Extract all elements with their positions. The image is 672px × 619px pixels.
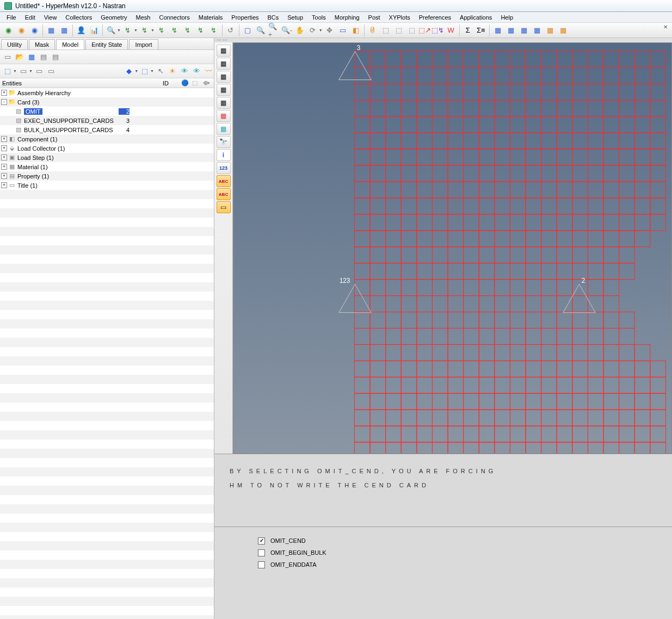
axis-z3-icon[interactable]: ↯	[182, 24, 194, 36]
tree-header-disp-icon[interactable]: ⬚	[192, 79, 203, 86]
tree-row-load-step-1-[interactable]: +▣Load Step (1)	[0, 153, 214, 162]
tree-row-card-3-[interactable]: -📁Card (3)	[0, 97, 214, 107]
menu-bcs[interactable]: BCs	[263, 13, 283, 22]
browser-tab-utility[interactable]: Utility	[1, 39, 28, 49]
vt-persp-icon[interactable]: ▦	[217, 45, 231, 57]
grid2-icon[interactable]: ▦	[58, 24, 70, 36]
w-icon[interactable]: W	[445, 24, 457, 36]
bt-new-icon[interactable]: ▭	[2, 52, 13, 63]
axis-z4-icon[interactable]: ↯	[195, 24, 207, 36]
menu-setup[interactable]: Setup	[283, 13, 307, 22]
search-icon[interactable]: 🔍	[105, 24, 117, 36]
vt-red-icon[interactable]: ▦	[217, 110, 231, 122]
expander-icon[interactable]: -	[1, 99, 7, 105]
cube1-icon[interactable]: ⬚	[380, 24, 392, 36]
menu-geometry[interactable]: Geometry	[96, 13, 131, 22]
pan-icon[interactable]: ✋	[294, 24, 306, 36]
cube2-icon[interactable]: ⬚	[393, 24, 405, 36]
expander-icon[interactable]: +	[1, 154, 7, 160]
menu-collectors[interactable]: Collectors	[61, 13, 96, 22]
graphics-viewport[interactable]: 3 123 2	[233, 42, 672, 454]
vt-hide-icon[interactable]: ▦	[217, 97, 231, 109]
bt-select-icon[interactable]: ↖	[155, 66, 166, 77]
tree-row-component-1-[interactable]: +◧Component (1)	[0, 134, 214, 144]
bt-rect-icon[interactable]: ▭	[18, 66, 29, 77]
menu-tools[interactable]: Tools	[307, 13, 330, 22]
expander-icon[interactable]: +	[1, 136, 7, 142]
menu-morphing[interactable]: Morphing	[330, 13, 364, 22]
fit-icon[interactable]: 🔍	[255, 24, 267, 36]
browser-tab-model[interactable]: Model	[56, 39, 84, 49]
close-toolbar-icon[interactable]: ✕	[661, 24, 670, 30]
square-icon[interactable]: ▢	[242, 24, 254, 36]
bt-sun-icon[interactable]: ☀	[167, 66, 178, 77]
menu-xyplots[interactable]: XYPlots	[385, 13, 415, 22]
bt-open-icon[interactable]: 📂	[14, 52, 25, 63]
arrows-icon[interactable]: ✥	[324, 24, 336, 36]
vt-123-icon[interactable]: 123	[217, 162, 231, 174]
browser-tab-entity-state[interactable]: Entity State	[85, 39, 128, 49]
axis-yx-icon[interactable]: ↯	[122, 24, 134, 36]
bt-cube3-icon[interactable]: ⬚	[139, 66, 150, 77]
menu-applications[interactable]: Applications	[455, 13, 496, 22]
cubegrid5-icon[interactable]: ▦	[544, 24, 556, 36]
axis-z2-icon[interactable]: ↯	[169, 24, 181, 36]
user-icon[interactable]: 👤	[75, 24, 87, 36]
checkbox-omit_cend[interactable]	[258, 537, 265, 544]
checkbox-omit_enddata[interactable]	[258, 561, 265, 568]
cubegrid2-icon[interactable]: ▦	[505, 24, 517, 36]
menu-connectors[interactable]: Connectors	[155, 13, 194, 22]
tree-row-bulk-unsupported-cards[interactable]: ▧BULK_UNSUPPORTED_CARDS4	[0, 125, 214, 134]
tree-row-assembly-hierarchy[interactable]: +📁Assembly Hierarchy	[0, 88, 214, 97]
expander-icon[interactable]: +	[1, 173, 7, 179]
elem-orange-icon[interactable]: ◉	[15, 24, 27, 36]
tree-header-color-icon[interactable]: 🔵	[181, 79, 192, 86]
bt-cfg1-icon[interactable]: ▭	[34, 66, 45, 77]
rotate-icon[interactable]: ⟳	[307, 24, 319, 36]
menu-file[interactable]: File	[2, 13, 21, 22]
bt-eye1-icon[interactable]: 👁	[179, 66, 190, 77]
menu-view[interactable]: View	[40, 13, 61, 22]
menu-post[interactable]: Post	[364, 13, 385, 22]
vt-view-icon[interactable]: ▭	[217, 201, 231, 213]
vt-binoc-icon[interactable]: 🔭	[217, 136, 231, 148]
panel-grip[interactable]: ⋯⋯	[214, 38, 672, 42]
tree-header-ext-icon[interactable]: ⟴	[203, 79, 214, 86]
bt-cfg2-icon[interactable]: ▭	[46, 66, 57, 77]
cylinder-icon[interactable]: 🛢	[367, 24, 379, 36]
tree-row-property-1-[interactable]: +▤Property (1)	[0, 171, 214, 181]
expander-icon[interactable]: +	[1, 164, 7, 170]
tree-row-load-collector-1-[interactable]: +⬙Load Collector (1)	[0, 144, 214, 153]
expander-icon[interactable]: +	[1, 182, 7, 188]
cubegrid4-icon[interactable]: ▦	[531, 24, 543, 36]
cubegrid1-icon[interactable]: ▦	[492, 24, 504, 36]
cube-axis-icon[interactable]: ⬚↯	[432, 24, 444, 36]
menu-properties[interactable]: Properties	[227, 13, 263, 22]
menu-materials[interactable]: Materials	[194, 13, 227, 22]
sigma-icon[interactable]: Σ	[462, 24, 474, 36]
vt-dark-icon[interactable]: ▦	[217, 84, 231, 96]
expander-icon[interactable]: +	[1, 145, 7, 151]
bt-disp-icon[interactable]: ▦	[26, 52, 37, 63]
elem-green-icon[interactable]: ◉	[2, 24, 14, 36]
zoom-out-icon[interactable]: 🔍-	[281, 24, 293, 36]
flag-icon[interactable]: ◧	[350, 24, 362, 36]
axis-z5-icon[interactable]: ↯	[208, 24, 220, 36]
menu-preferences[interactable]: Preferences	[415, 13, 455, 22]
elem-blue-icon[interactable]: ◉	[28, 24, 40, 36]
tree-row-material-1-[interactable]: +▦Material (1)	[0, 162, 214, 171]
axis-z1-icon[interactable]: ↯	[156, 24, 168, 36]
screen-icon[interactable]: ▭	[337, 24, 349, 36]
browser-tab-import[interactable]: Import	[129, 39, 158, 49]
refresh-icon[interactable]: ↺	[225, 24, 237, 36]
bars-icon[interactable]: 📊	[88, 24, 100, 36]
cubegrid3-icon[interactable]: ▦	[518, 24, 530, 36]
tree-row-omit[interactable]: ▧OMIT2	[0, 107, 214, 116]
grid1-icon[interactable]: ▦	[45, 24, 57, 36]
cubegrid6-icon[interactable]: ▦	[557, 24, 569, 36]
tree-row-exec-unsupported-cards[interactable]: ▧EXEC_UNSUPPORTED_CARDS3	[0, 116, 214, 125]
browser-tab-mask[interactable]: Mask	[29, 39, 55, 49]
menu-help[interactable]: Help	[496, 13, 517, 22]
bt-tree-icon[interactable]: ▤	[50, 52, 61, 63]
expander-icon[interactable]: +	[1, 90, 7, 96]
